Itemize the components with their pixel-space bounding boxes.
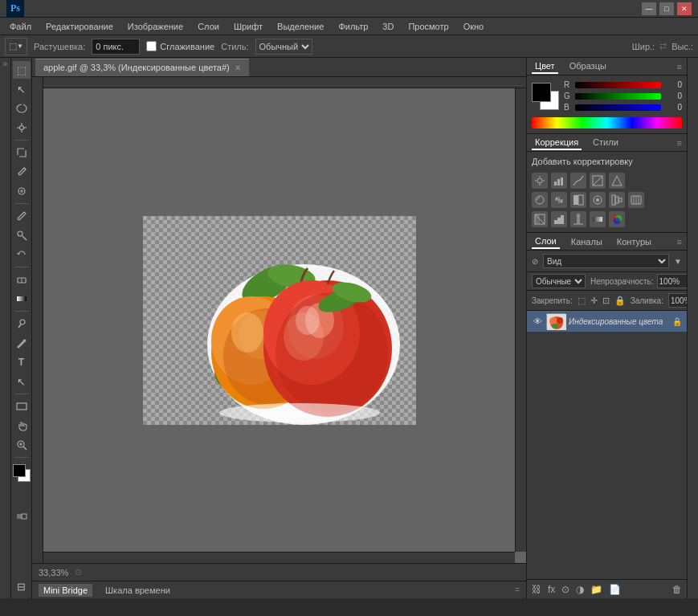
- zoom-tool[interactable]: [13, 436, 31, 454]
- lock-position-icon[interactable]: ✛: [590, 296, 598, 306]
- vibrance-adj-icon[interactable]: [609, 173, 625, 189]
- type-tool[interactable]: T: [13, 353, 31, 371]
- eyedropper-tool[interactable]: [13, 163, 31, 181]
- smoothing-checkbox[interactable]: [146, 41, 157, 51]
- kind-dropdown-icon[interactable]: ▼: [674, 257, 682, 266]
- swatches-tab[interactable]: Образцы: [566, 59, 610, 74]
- threshold-adj-icon[interactable]: [570, 211, 586, 227]
- lock-artboard-icon[interactable]: ⊡: [602, 296, 610, 306]
- lock-all-icon[interactable]: 🔒: [614, 296, 626, 306]
- move-tool[interactable]: ↖: [13, 80, 31, 98]
- title-bar-controls[interactable]: — □ ✕: [642, 2, 692, 15]
- paths-tab[interactable]: Контуры: [614, 235, 655, 248]
- layer-visibility-icon[interactable]: 👁: [532, 316, 543, 327]
- kind-select[interactable]: Вид: [543, 254, 669, 268]
- new-adjustment-icon[interactable]: ◑: [576, 584, 584, 595]
- eraser-tool[interactable]: [13, 271, 31, 288]
- menu-image[interactable]: Изображение: [121, 20, 190, 33]
- channelmixer-adj-icon[interactable]: [609, 192, 625, 208]
- correction-tab[interactable]: Коррекция: [532, 136, 582, 150]
- menu-window[interactable]: Окно: [457, 20, 491, 33]
- curves-adj-icon[interactable]: [570, 173, 586, 189]
- green-slider[interactable]: [575, 93, 661, 100]
- screen-mode-icon[interactable]: ⊟: [13, 577, 31, 595]
- maximize-button[interactable]: □: [659, 2, 674, 15]
- color-spectrum[interactable]: [532, 117, 682, 129]
- scrollbar-horizontal[interactable]: [43, 552, 515, 563]
- quick-mask-btn[interactable]: [13, 508, 31, 525]
- hand-tool[interactable]: [13, 417, 31, 434]
- timeline-tab[interactable]: Шкала времени: [100, 584, 175, 597]
- posterize-adj-icon[interactable]: [551, 211, 567, 227]
- history-brush-tool[interactable]: [13, 246, 31, 263]
- mini-bridge-tab[interactable]: Mini Bridge: [39, 584, 92, 597]
- gradient-tool[interactable]: [13, 290, 31, 308]
- menu-3d[interactable]: 3D: [376, 20, 400, 33]
- layers-panel-menu-icon[interactable]: ≡: [677, 237, 682, 247]
- layers-tab[interactable]: Слои: [532, 235, 560, 249]
- lock-pixels-icon[interactable]: ⬚: [578, 296, 586, 306]
- blue-slider[interactable]: [575, 104, 661, 111]
- red-slider[interactable]: [575, 82, 661, 88]
- screen-mode-btn[interactable]: ⊟: [13, 577, 31, 595]
- new-layer-icon[interactable]: 📄: [609, 584, 621, 595]
- selectivecolor-adj-icon[interactable]: [609, 211, 625, 227]
- photofilter-adj-icon[interactable]: [590, 192, 606, 208]
- lasso-tool[interactable]: [13, 100, 31, 117]
- menu-layers[interactable]: Слои: [191, 20, 226, 33]
- blend-mode-select[interactable]: Обычные: [532, 274, 586, 288]
- menu-edit[interactable]: Редактирование: [39, 20, 120, 33]
- gradmap-adj-icon[interactable]: [590, 211, 606, 227]
- hue-adj-icon[interactable]: [532, 192, 548, 208]
- menu-filter[interactable]: Фильтр: [332, 20, 374, 33]
- fg-swatch[interactable]: [532, 83, 551, 102]
- add-mask-icon[interactable]: ⊙: [561, 584, 569, 595]
- invert-adj-icon[interactable]: [532, 211, 548, 227]
- tool-option-selector[interactable]: ⬚ ▼: [5, 38, 27, 55]
- adjustment-panel-menu-icon[interactable]: ≡: [677, 138, 682, 148]
- style-select[interactable]: Обычный: [255, 39, 312, 55]
- color-swatches[interactable]: [532, 83, 561, 112]
- foreground-color[interactable]: [13, 464, 26, 477]
- new-group-icon[interactable]: 📁: [590, 584, 602, 595]
- color-selector[interactable]: [13, 464, 31, 482]
- menu-select[interactable]: Выделение: [271, 20, 330, 33]
- color-panel-menu-icon[interactable]: ≡: [677, 62, 682, 71]
- shape-tool[interactable]: [13, 398, 31, 415]
- styles-tab[interactable]: Стили: [590, 136, 622, 150]
- healing-brush-tool[interactable]: [13, 182, 31, 200]
- document-tab[interactable]: apple.gif @ 33,3% (Индексированные цвета…: [35, 59, 249, 76]
- scrollbar-vertical[interactable]: [515, 88, 526, 552]
- brightness-adj-icon[interactable]: [532, 173, 548, 189]
- colorlookup-adj-icon[interactable]: [628, 192, 644, 208]
- smoothing-checkbox-group[interactable]: Сглаживание: [146, 41, 214, 51]
- menu-file[interactable]: Файл: [3, 20, 38, 33]
- marquee-tool[interactable]: ⬚: [13, 61, 31, 79]
- exposure-adj-icon[interactable]: [590, 173, 606, 189]
- delete-layer-icon[interactable]: 🗑: [672, 584, 682, 595]
- link-layers-icon[interactable]: ⛓: [532, 584, 541, 595]
- collapse-panel-icon[interactable]: =: [515, 585, 520, 594]
- canvas-viewport[interactable]: [32, 77, 526, 563]
- minimize-button[interactable]: —: [642, 2, 656, 15]
- close-button[interactable]: ✕: [677, 2, 692, 15]
- bw-adj-icon[interactable]: [570, 192, 586, 208]
- opacity-input[interactable]: [657, 274, 688, 288]
- close-tab-button[interactable]: ✕: [235, 63, 241, 72]
- feather-input[interactable]: [92, 39, 140, 55]
- menu-view[interactable]: Просмотр: [402, 20, 455, 33]
- brush-tool[interactable]: [13, 207, 31, 225]
- colorbalance-adj-icon[interactable]: [551, 192, 567, 208]
- dodge-tool[interactable]: [13, 315, 31, 332]
- magic-wand-tool[interactable]: [13, 119, 31, 137]
- add-style-icon[interactable]: fx: [548, 584, 555, 595]
- layer-item[interactable]: 👁 Индексированные цвета 🔒: [527, 311, 687, 332]
- channels-tab[interactable]: Каналы: [568, 235, 606, 248]
- levels-adj-icon[interactable]: [551, 173, 567, 189]
- menu-font[interactable]: Шрифт: [227, 20, 269, 33]
- path-selection-tool[interactable]: ↖: [13, 373, 31, 390]
- color-tab[interactable]: Цвет: [532, 59, 558, 74]
- clone-stamp-tool[interactable]: [13, 226, 31, 244]
- crop-tool[interactable]: [13, 144, 31, 161]
- pen-tool[interactable]: [13, 334, 31, 352]
